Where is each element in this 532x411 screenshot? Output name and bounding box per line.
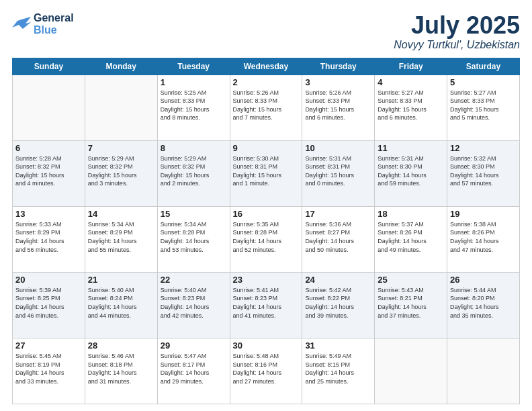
calendar-cell: 6Sunrise: 5:28 AM Sunset: 8:32 PM Daylig… — [13, 140, 85, 206]
day-info: Sunrise: 5:28 AM Sunset: 8:32 PM Dayligh… — [15, 154, 82, 188]
day-info: Sunrise: 5:26 AM Sunset: 8:33 PM Dayligh… — [305, 89, 371, 122]
day-number: 2 — [233, 77, 300, 87]
page: General Blue July 2025 Novyy Turtkul', U… — [0, 0, 532, 411]
day-info: Sunrise: 5:42 AM Sunset: 8:22 PM Dayligh… — [305, 286, 371, 320]
day-number: 9 — [233, 143, 300, 153]
calendar-week-row: 20Sunrise: 5:39 AM Sunset: 8:25 PM Dayli… — [13, 272, 520, 338]
svg-marker-0 — [12, 17, 31, 29]
day-number: 5 — [450, 77, 517, 87]
day-number: 4 — [378, 77, 444, 87]
day-number: 20 — [15, 275, 82, 285]
day-info: Sunrise: 5:34 AM Sunset: 8:28 PM Dayligh… — [161, 220, 227, 254]
calendar-cell: 31Sunrise: 5:49 AM Sunset: 8:15 PM Dayli… — [302, 338, 375, 404]
day-number: 8 — [161, 143, 227, 153]
calendar-cell: 28Sunrise: 5:46 AM Sunset: 8:18 PM Dayli… — [85, 338, 157, 404]
day-number: 19 — [450, 209, 517, 219]
day-info: Sunrise: 5:47 AM Sunset: 8:17 PM Dayligh… — [161, 352, 227, 385]
day-number: 17 — [305, 209, 371, 219]
calendar-week-row: 1Sunrise: 5:25 AM Sunset: 8:33 PM Daylig… — [13, 75, 520, 140]
day-info: Sunrise: 5:30 AM Sunset: 8:31 PM Dayligh… — [233, 154, 300, 188]
calendar-week-row: 13Sunrise: 5:33 AM Sunset: 8:29 PM Dayli… — [13, 206, 520, 272]
day-number: 15 — [161, 209, 227, 219]
calendar-cell: 5Sunrise: 5:27 AM Sunset: 8:33 PM Daylig… — [447, 75, 520, 140]
calendar-cell: 19Sunrise: 5:38 AM Sunset: 8:26 PM Dayli… — [447, 206, 520, 272]
day-number: 26 — [450, 275, 517, 285]
day-info: Sunrise: 5:32 AM Sunset: 8:30 PM Dayligh… — [450, 154, 517, 188]
day-info: Sunrise: 5:34 AM Sunset: 8:29 PM Dayligh… — [88, 220, 154, 254]
calendar-cell: 3Sunrise: 5:26 AM Sunset: 8:33 PM Daylig… — [302, 75, 375, 140]
day-info: Sunrise: 5:43 AM Sunset: 8:21 PM Dayligh… — [378, 286, 444, 320]
day-info: Sunrise: 5:40 AM Sunset: 8:23 PM Dayligh… — [161, 286, 227, 320]
day-number: 24 — [305, 275, 371, 285]
day-info: Sunrise: 5:29 AM Sunset: 8:32 PM Dayligh… — [161, 154, 227, 188]
day-info: Sunrise: 5:29 AM Sunset: 8:32 PM Dayligh… — [88, 154, 154, 188]
day-number: 25 — [378, 275, 444, 285]
day-number: 30 — [233, 340, 300, 351]
calendar-cell: 27Sunrise: 5:45 AM Sunset: 8:19 PM Dayli… — [13, 338, 85, 404]
day-number: 18 — [378, 209, 444, 219]
day-number: 13 — [15, 209, 82, 219]
calendar-cell: 7Sunrise: 5:29 AM Sunset: 8:32 PM Daylig… — [85, 140, 157, 206]
calendar-cell: 24Sunrise: 5:42 AM Sunset: 8:22 PM Dayli… — [302, 272, 375, 338]
day-info: Sunrise: 5:33 AM Sunset: 8:29 PM Dayligh… — [15, 220, 82, 254]
calendar-cell: 23Sunrise: 5:41 AM Sunset: 8:23 PM Dayli… — [230, 272, 302, 338]
calendar-cell: 17Sunrise: 5:36 AM Sunset: 8:27 PM Dayli… — [302, 206, 375, 272]
day-info: Sunrise: 5:31 AM Sunset: 8:30 PM Dayligh… — [378, 154, 444, 188]
calendar-cell: 25Sunrise: 5:43 AM Sunset: 8:21 PM Dayli… — [375, 272, 447, 338]
day-number: 28 — [88, 340, 154, 351]
calendar-cell: 18Sunrise: 5:37 AM Sunset: 8:26 PM Dayli… — [375, 206, 447, 272]
day-info: Sunrise: 5:27 AM Sunset: 8:33 PM Dayligh… — [450, 89, 517, 122]
calendar-week-row: 27Sunrise: 5:45 AM Sunset: 8:19 PM Dayli… — [13, 338, 520, 404]
day-number: 31 — [305, 340, 371, 351]
day-info: Sunrise: 5:26 AM Sunset: 8:33 PM Dayligh… — [233, 89, 300, 122]
logo-text: General Blue — [34, 12, 74, 36]
day-info: Sunrise: 5:27 AM Sunset: 8:33 PM Dayligh… — [378, 89, 444, 122]
calendar-cell: 16Sunrise: 5:35 AM Sunset: 8:28 PM Dayli… — [230, 206, 302, 272]
calendar-cell: 13Sunrise: 5:33 AM Sunset: 8:29 PM Dayli… — [13, 206, 85, 272]
day-info: Sunrise: 5:31 AM Sunset: 8:31 PM Dayligh… — [305, 154, 371, 188]
calendar-cell: 20Sunrise: 5:39 AM Sunset: 8:25 PM Dayli… — [13, 272, 85, 338]
day-number: 29 — [161, 340, 227, 351]
calendar-cell — [85, 75, 157, 140]
day-info: Sunrise: 5:46 AM Sunset: 8:18 PM Dayligh… — [88, 352, 154, 385]
calendar-cell — [13, 75, 85, 140]
day-info: Sunrise: 5:38 AM Sunset: 8:26 PM Dayligh… — [450, 220, 517, 254]
day-info: Sunrise: 5:41 AM Sunset: 8:23 PM Dayligh… — [233, 286, 300, 320]
day-header-tuesday: Tuesday — [157, 58, 230, 75]
day-number: 12 — [450, 143, 517, 153]
calendar-cell: 12Sunrise: 5:32 AM Sunset: 8:30 PM Dayli… — [447, 140, 520, 206]
day-info: Sunrise: 5:44 AM Sunset: 8:20 PM Dayligh… — [450, 286, 517, 320]
day-info: Sunrise: 5:48 AM Sunset: 8:16 PM Dayligh… — [233, 352, 300, 385]
day-number: 1 — [161, 77, 227, 87]
calendar-cell: 30Sunrise: 5:48 AM Sunset: 8:16 PM Dayli… — [230, 338, 302, 404]
calendar-cell: 21Sunrise: 5:40 AM Sunset: 8:24 PM Dayli… — [85, 272, 157, 338]
day-info: Sunrise: 5:25 AM Sunset: 8:33 PM Dayligh… — [161, 89, 227, 122]
calendar-cell: 22Sunrise: 5:40 AM Sunset: 8:23 PM Dayli… — [157, 272, 230, 338]
day-number: 16 — [233, 209, 300, 219]
day-info: Sunrise: 5:45 AM Sunset: 8:19 PM Dayligh… — [15, 352, 82, 385]
calendar-table: SundayMondayTuesdayWednesdayThursdayFrid… — [12, 58, 520, 404]
calendar-cell: 14Sunrise: 5:34 AM Sunset: 8:29 PM Dayli… — [85, 206, 157, 272]
day-info: Sunrise: 5:36 AM Sunset: 8:27 PM Dayligh… — [305, 220, 371, 254]
day-number: 6 — [15, 143, 82, 153]
day-header-sunday: Sunday — [13, 58, 85, 75]
calendar-cell: 2Sunrise: 5:26 AM Sunset: 8:33 PM Daylig… — [230, 75, 302, 140]
calendar-cell: 1Sunrise: 5:25 AM Sunset: 8:33 PM Daylig… — [157, 75, 230, 140]
day-header-monday: Monday — [85, 58, 157, 75]
day-info: Sunrise: 5:39 AM Sunset: 8:25 PM Dayligh… — [15, 286, 82, 320]
calendar-cell: 26Sunrise: 5:44 AM Sunset: 8:20 PM Dayli… — [447, 272, 520, 338]
day-header-thursday: Thursday — [302, 58, 375, 75]
day-info: Sunrise: 5:40 AM Sunset: 8:24 PM Dayligh… — [88, 286, 154, 320]
day-number: 14 — [88, 209, 154, 219]
day-number: 7 — [88, 143, 154, 153]
day-number: 3 — [305, 77, 371, 87]
title-block: July 2025 Novyy Turtkul', Uzbekistan — [394, 12, 520, 51]
logo-bird-icon — [12, 17, 31, 32]
location-title: Novyy Turtkul', Uzbekistan — [394, 39, 520, 51]
calendar-week-row: 6Sunrise: 5:28 AM Sunset: 8:32 PM Daylig… — [13, 140, 520, 206]
day-header-wednesday: Wednesday — [230, 58, 302, 75]
day-number: 11 — [378, 143, 444, 153]
day-number: 10 — [305, 143, 371, 153]
day-info: Sunrise: 5:37 AM Sunset: 8:26 PM Dayligh… — [378, 220, 444, 254]
calendar-cell: 10Sunrise: 5:31 AM Sunset: 8:31 PM Dayli… — [302, 140, 375, 206]
